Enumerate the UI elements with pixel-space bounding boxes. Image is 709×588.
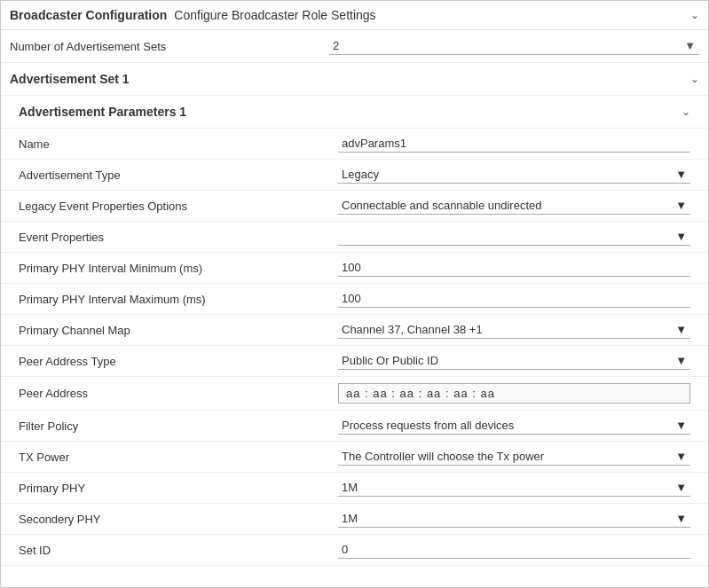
- param-label-9: Filter Policy: [19, 419, 338, 433]
- param-label-11: Primary PHY: [19, 482, 338, 495]
- param-rows-container: NameadvParams1Advertisement TypeLegacy▼L…: [1, 129, 708, 566]
- num-adv-sets-value: 2: [333, 39, 339, 52]
- param-row: Primary Channel MapChannel 37, Channel 3…: [1, 315, 708, 346]
- param-value-text-11: 1M: [342, 481, 358, 494]
- param-dropdown-6[interactable]: Channel 37, Channel 38 +1▼: [338, 321, 690, 339]
- dropdown-arrow-icon-3: ▼: [675, 230, 687, 243]
- param-row: NameadvParams1: [1, 129, 708, 160]
- param-value-text-12: 1M: [342, 512, 358, 525]
- param-dropdown-1[interactable]: Legacy▼: [338, 166, 690, 184]
- adv-set-header: Advertisement Set 1 ⌄: [1, 63, 708, 96]
- param-text-5: 100: [338, 290, 690, 308]
- param-row: Secondery PHY1M▼: [1, 504, 708, 535]
- param-value-text-1: Legacy: [342, 168, 379, 181]
- param-dropdown-10[interactable]: The Controller will choose the Tx power▼: [338, 448, 690, 466]
- dropdown-arrow-icon-6: ▼: [675, 323, 687, 336]
- param-row: TX PowerThe Controller will choose the T…: [1, 442, 708, 473]
- param-value-text-10: The Controller will choose the Tx power: [342, 450, 544, 463]
- param-row: Legacy Event Properties OptionsConnectab…: [1, 191, 708, 222]
- adv-set-title: Advertisement Set 1: [10, 72, 130, 86]
- dropdown-arrow-icon-9: ▼: [675, 419, 687, 432]
- page-subtitle: Configure Broadcaster Role Settings: [174, 8, 375, 22]
- num-adv-sets-dropdown[interactable]: 2 ▼: [329, 37, 699, 55]
- param-label-2: Legacy Event Properties Options: [19, 200, 338, 213]
- top-header-left: Broadcaster Configuration Configure Broa…: [10, 8, 376, 22]
- param-label-7: Peer Address Type: [19, 355, 338, 368]
- param-dropdown-7[interactable]: Public Or Public ID▼: [338, 352, 690, 370]
- param-row: Filter PolicyProcess requests from all d…: [1, 411, 708, 442]
- num-adv-sets-row: Number of Advertisement Sets 2 ▼: [1, 30, 708, 63]
- param-dropdown-3[interactable]: ▼: [338, 228, 690, 246]
- adv-params-chevron-icon[interactable]: ⌄: [681, 106, 690, 118]
- page-title: Broadcaster Configuration: [10, 8, 167, 22]
- param-row: Event Properties▼: [1, 222, 708, 253]
- peer-address-value: aa : aa : aa : aa : aa : aa: [346, 387, 495, 400]
- num-adv-sets-arrow-icon: ▼: [684, 39, 696, 52]
- param-row: Primary PHY Interval Maximum (ms)100: [1, 284, 708, 315]
- param-value-text-5: 100: [342, 292, 361, 305]
- param-dropdown-12[interactable]: 1M▼: [338, 510, 690, 528]
- dropdown-arrow-icon-7: ▼: [675, 354, 687, 367]
- param-row: Primary PHY Interval Minimum (ms)100: [1, 253, 708, 284]
- param-label-4: Primary PHY Interval Minimum (ms): [19, 262, 338, 275]
- param-text-0: advParams1: [338, 135, 690, 153]
- param-text-4: 100: [338, 259, 690, 277]
- page-container: Broadcaster Configuration Configure Broa…: [0, 0, 709, 588]
- param-value-text-7: Public Or Public ID: [342, 354, 438, 367]
- num-adv-sets-label: Number of Advertisement Sets: [10, 40, 329, 53]
- param-label-10: TX Power: [19, 451, 338, 464]
- param-text-13: 0: [338, 541, 690, 559]
- header-chevron-icon[interactable]: ⌄: [690, 9, 699, 21]
- param-label-1: Advertisement Type: [19, 169, 338, 182]
- param-label-12: Secondery PHY: [19, 513, 338, 526]
- param-row: Advertisement TypeLegacy▼: [1, 160, 708, 191]
- top-header: Broadcaster Configuration Configure Broa…: [1, 1, 708, 30]
- param-dropdown-2[interactable]: Connectable and scannable undirected▼: [338, 197, 690, 215]
- param-dropdown-11[interactable]: 1M▼: [338, 479, 690, 497]
- param-row: Set ID0: [1, 535, 708, 566]
- adv-set-chevron-icon[interactable]: ⌄: [690, 73, 699, 85]
- peer-address-field[interactable]: aa : aa : aa : aa : aa : aa: [338, 383, 690, 404]
- param-label-5: Primary PHY Interval Maximum (ms): [19, 293, 338, 306]
- param-value-text-4: 100: [342, 261, 361, 274]
- param-label-0: Name: [19, 137, 338, 151]
- adv-params-header: Advertisement Parameters 1 ⌄: [1, 96, 708, 129]
- param-row: Primary PHY1M▼: [1, 473, 708, 504]
- adv-params-title: Advertisement Parameters 1: [19, 105, 186, 119]
- param-dropdown-9[interactable]: Process requests from all devices▼: [338, 417, 690, 435]
- param-label-13: Set ID: [19, 544, 338, 557]
- param-value-text-6: Channel 37, Channel 38 +1: [342, 323, 483, 336]
- dropdown-arrow-icon-10: ▼: [675, 450, 687, 463]
- dropdown-arrow-icon-12: ▼: [675, 512, 687, 525]
- dropdown-arrow-icon-1: ▼: [675, 168, 687, 181]
- dropdown-arrow-icon-2: ▼: [675, 199, 687, 212]
- param-label-3: Event Properties: [19, 231, 338, 244]
- dropdown-arrow-icon-11: ▼: [675, 481, 687, 494]
- param-value-text-0: advParams1: [342, 137, 406, 150]
- param-label-6: Primary Channel Map: [19, 324, 338, 337]
- param-value-text-2: Connectable and scannable undirected: [342, 199, 542, 212]
- param-label-8: Peer Address: [19, 387, 338, 400]
- param-value-text-13: 0: [342, 543, 348, 556]
- param-row: Peer Address TypePublic Or Public ID▼: [1, 346, 708, 377]
- param-row: Peer Addressaa : aa : aa : aa : aa : aa: [1, 377, 708, 411]
- param-value-text-9: Process requests from all devices: [342, 419, 514, 432]
